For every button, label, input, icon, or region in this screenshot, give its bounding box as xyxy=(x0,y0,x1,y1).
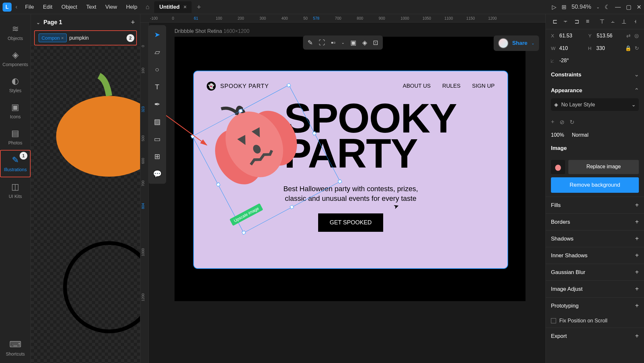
align-center-h-icon[interactable]: ⫟ xyxy=(562,18,570,25)
menu-help[interactable]: Help xyxy=(122,2,141,12)
add-icon[interactable]: + xyxy=(635,218,639,226)
reset-icon[interactable]: ↻ xyxy=(570,119,574,126)
rail-icons[interactable]: ▣ Icons xyxy=(0,98,31,124)
asset-pumpkin[interactable] xyxy=(35,351,140,363)
detach-icon[interactable]: ⊡ xyxy=(373,39,378,46)
artboard[interactable]: 👻 SPOOKY PARTY ABOUT US RULES SIGN UP xyxy=(175,37,526,301)
export-section[interactable]: Export+ xyxy=(546,328,644,344)
add-icon[interactable]: + xyxy=(635,235,639,242)
home-icon[interactable]: ⌂ xyxy=(143,3,153,11)
frame-label[interactable]: Dribbble Shot Retina 1600×1200 xyxy=(175,28,250,34)
close-window-icon[interactable]: ✕ xyxy=(637,4,641,11)
maximize-icon[interactable]: ▢ xyxy=(626,4,631,11)
menu-object[interactable]: Object xyxy=(58,2,81,12)
text-tool[interactable]: T xyxy=(151,81,163,93)
rail-uikits[interactable]: ◫ UI Kits xyxy=(0,177,31,203)
frame-icon[interactable]: ▣ xyxy=(350,39,356,46)
rail-components[interactable]: ◈ Components xyxy=(0,45,31,72)
shadows-section[interactable]: Shadows+ xyxy=(546,230,644,247)
play-icon[interactable]: ▷ xyxy=(552,4,556,11)
opacity-input[interactable]: 100% xyxy=(551,132,564,138)
search-filter-chip[interactable]: Compon × xyxy=(39,34,67,42)
swap-icon[interactable]: ⇄ xyxy=(626,33,630,39)
document-tab[interactable]: Untitled × xyxy=(154,1,192,13)
menu-edit[interactable]: Edit xyxy=(39,2,56,12)
add-icon[interactable]: + xyxy=(635,285,639,293)
rail-photos[interactable]: ▤ Photos xyxy=(0,124,31,150)
borders-section[interactable]: Borders+ xyxy=(546,213,644,230)
mask-icon[interactable]: ▪▫ xyxy=(331,39,336,46)
gaussian-blur-section[interactable]: Gaussian Blur+ xyxy=(546,264,644,280)
rail-illustrations[interactable]: 1 ✎ Illustrations xyxy=(0,150,31,177)
crop-icon[interactable]: ⛶ xyxy=(319,39,325,46)
components-tool[interactable]: ⊞ xyxy=(151,151,163,162)
constraints-header[interactable]: Constraints ⌄ xyxy=(546,67,644,83)
search-input[interactable]: pumpkin xyxy=(69,35,89,41)
add-icon[interactable]: + xyxy=(635,269,639,276)
replace-image-button[interactable]: Replace image xyxy=(568,160,639,174)
frame-tool[interactable]: ▱ xyxy=(151,46,163,58)
menu-file[interactable]: File xyxy=(21,2,38,12)
image-tool[interactable]: ▨ xyxy=(151,116,163,128)
edit-icon[interactable]: ✎ xyxy=(308,39,313,46)
align-middle-icon[interactable]: ⫠ xyxy=(609,18,617,25)
back-button[interactable]: ‹ xyxy=(13,4,20,10)
align-right-icon[interactable]: ⊐ xyxy=(573,18,581,25)
menu-view[interactable]: View xyxy=(101,2,121,12)
align-top-icon[interactable]: ⊤ xyxy=(598,18,606,25)
align-left-icon[interactable]: ⊏ xyxy=(551,18,559,25)
w-input[interactable]: 410 xyxy=(559,45,585,51)
image-thumbnail[interactable] xyxy=(551,160,565,174)
grid-icon[interactable]: ⊞ xyxy=(562,4,566,11)
prototyping-section[interactable]: Prototyping+ xyxy=(546,297,644,314)
rail-styles[interactable]: ◐ Styles xyxy=(0,72,31,98)
blend-mode-select[interactable]: Normal xyxy=(572,132,589,138)
search-bar[interactable]: Compon × pumpkin 2 xyxy=(34,30,137,45)
user-avatar[interactable] xyxy=(498,38,508,48)
rail-objects[interactable]: ≋ Objects xyxy=(0,19,31,45)
y-input[interactable]: 513.56 xyxy=(597,33,622,39)
lock-icon[interactable]: 🔒 xyxy=(625,45,631,51)
add-icon[interactable]: + xyxy=(551,119,554,126)
appearance-header[interactable]: Appearance ⌃ xyxy=(546,83,644,98)
image-adjust-section[interactable]: Image Adjust+ xyxy=(546,280,644,297)
app-logo[interactable]: L xyxy=(3,3,12,12)
fills-section[interactable]: Fills+ xyxy=(546,197,644,213)
page-name[interactable]: Page 1 xyxy=(43,19,128,26)
layer-style-select[interactable]: ◈ No Layer Style ⌄ xyxy=(551,98,639,111)
minimize-icon[interactable]: — xyxy=(615,4,621,10)
artboard-tool[interactable]: ▭ xyxy=(151,133,163,145)
move-tool[interactable]: ➤ xyxy=(151,29,163,41)
add-icon[interactable]: + xyxy=(635,302,639,309)
theme-icon[interactable]: ☾ xyxy=(605,4,610,11)
add-tab-button[interactable]: + xyxy=(193,3,205,11)
asset-pumpkin[interactable] xyxy=(35,49,140,198)
canvas-viewport[interactable]: Dribbble Shot Retina 1600×1200 👻 SPOOKY … xyxy=(149,23,545,363)
check-icon[interactable]: ⊘ xyxy=(560,119,564,126)
inner-shadows-section[interactable]: Inner Shadows+ xyxy=(546,247,644,264)
chevron-down-icon[interactable]: ⌄ xyxy=(36,19,40,25)
canvas-area[interactable]: -100 0 61 100 200 300 400 50 578 700 800… xyxy=(140,14,545,363)
chevron-down-icon[interactable]: ⌄ xyxy=(341,40,345,45)
remove-background-button[interactable]: Remove background xyxy=(551,177,639,193)
align-justify-icon[interactable]: ≡ xyxy=(584,18,592,25)
chevron-down-icon[interactable]: ⌄ xyxy=(531,41,535,45)
comment-tool[interactable]: 💬 xyxy=(151,168,163,180)
add-icon[interactable]: + xyxy=(635,332,639,340)
refresh-icon[interactable]: ↻ xyxy=(635,45,639,51)
distribute-icon[interactable]: ⫞ xyxy=(631,18,639,25)
pen-tool[interactable]: ✒ xyxy=(151,99,163,110)
rail-shortcuts[interactable]: ⌨ Shortcuts xyxy=(0,335,31,363)
checkbox-icon[interactable] xyxy=(551,318,556,323)
asset-pumpkin[interactable] xyxy=(35,201,140,349)
close-tab-icon[interactable]: × xyxy=(184,4,186,10)
component-icon[interactable]: ◈ xyxy=(362,39,367,46)
add-page-icon[interactable]: + xyxy=(131,18,135,26)
rotation-input[interactable]: -28° xyxy=(559,58,585,64)
menu-text[interactable]: Text xyxy=(82,2,100,12)
add-icon[interactable]: + xyxy=(635,252,639,259)
align-bottom-icon[interactable]: ⊥ xyxy=(620,18,628,25)
h-input[interactable]: 330 xyxy=(596,45,622,51)
chip-close-icon[interactable]: × xyxy=(61,35,64,41)
zoom-level[interactable]: 50.94% xyxy=(572,4,591,10)
